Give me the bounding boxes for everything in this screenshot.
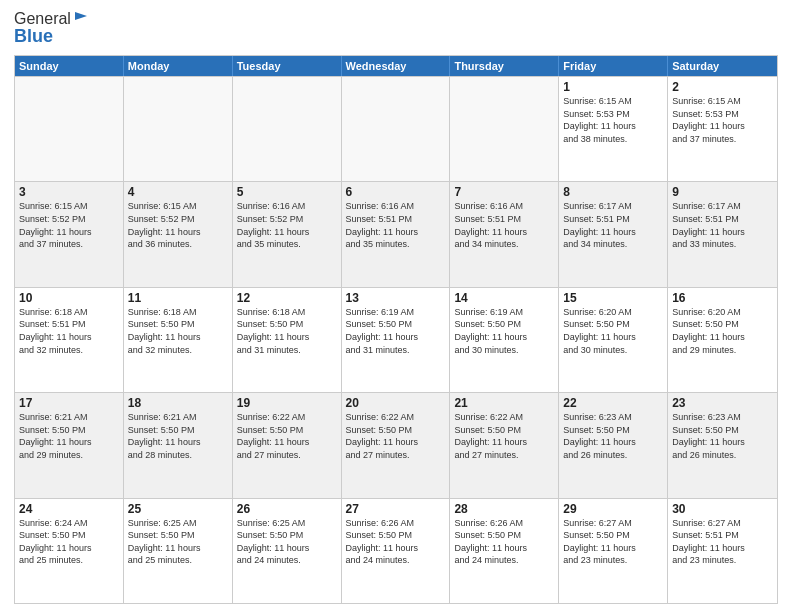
cal-cell-2-2: 4Sunrise: 6:15 AM Sunset: 5:52 PM Daylig… xyxy=(124,182,233,286)
cal-cell-3-3: 12Sunrise: 6:18 AM Sunset: 5:50 PM Dayli… xyxy=(233,288,342,392)
header: General Blue xyxy=(14,10,778,47)
day-number: 5 xyxy=(237,185,337,199)
cal-cell-5-6: 29Sunrise: 6:27 AM Sunset: 5:50 PM Dayli… xyxy=(559,499,668,603)
day-number: 30 xyxy=(672,502,773,516)
cell-info: Sunrise: 6:22 AM Sunset: 5:50 PM Dayligh… xyxy=(454,411,554,461)
logo: General Blue xyxy=(14,10,91,47)
day-number: 28 xyxy=(454,502,554,516)
cell-info: Sunrise: 6:15 AM Sunset: 5:53 PM Dayligh… xyxy=(563,95,663,145)
cell-info: Sunrise: 6:15 AM Sunset: 5:52 PM Dayligh… xyxy=(128,200,228,250)
day-number: 27 xyxy=(346,502,446,516)
cell-info: Sunrise: 6:19 AM Sunset: 5:50 PM Dayligh… xyxy=(454,306,554,356)
day-number: 25 xyxy=(128,502,228,516)
cal-cell-4-1: 17Sunrise: 6:21 AM Sunset: 5:50 PM Dayli… xyxy=(15,393,124,497)
day-number: 9 xyxy=(672,185,773,199)
svg-marker-0 xyxy=(75,12,87,26)
cell-info: Sunrise: 6:25 AM Sunset: 5:50 PM Dayligh… xyxy=(128,517,228,567)
cal-cell-3-7: 16Sunrise: 6:20 AM Sunset: 5:50 PM Dayli… xyxy=(668,288,777,392)
cal-header-sunday: Sunday xyxy=(15,56,124,76)
cal-header-saturday: Saturday xyxy=(668,56,777,76)
cell-info: Sunrise: 6:16 AM Sunset: 5:51 PM Dayligh… xyxy=(454,200,554,250)
cal-cell-1-3 xyxy=(233,77,342,181)
cal-header-monday: Monday xyxy=(124,56,233,76)
cal-cell-2-4: 6Sunrise: 6:16 AM Sunset: 5:51 PM Daylig… xyxy=(342,182,451,286)
cell-info: Sunrise: 6:17 AM Sunset: 5:51 PM Dayligh… xyxy=(672,200,773,250)
cell-info: Sunrise: 6:21 AM Sunset: 5:50 PM Dayligh… xyxy=(128,411,228,461)
cal-header-thursday: Thursday xyxy=(450,56,559,76)
day-number: 10 xyxy=(19,291,119,305)
day-number: 21 xyxy=(454,396,554,410)
cal-cell-3-5: 14Sunrise: 6:19 AM Sunset: 5:50 PM Dayli… xyxy=(450,288,559,392)
day-number: 3 xyxy=(19,185,119,199)
cell-info: Sunrise: 6:15 AM Sunset: 5:53 PM Dayligh… xyxy=(672,95,773,145)
logo-flag-icon xyxy=(73,10,91,28)
cell-info: Sunrise: 6:21 AM Sunset: 5:50 PM Dayligh… xyxy=(19,411,119,461)
calendar: SundayMondayTuesdayWednesdayThursdayFrid… xyxy=(14,55,778,604)
cal-header-wednesday: Wednesday xyxy=(342,56,451,76)
cal-cell-3-4: 13Sunrise: 6:19 AM Sunset: 5:50 PM Dayli… xyxy=(342,288,451,392)
cell-info: Sunrise: 6:20 AM Sunset: 5:50 PM Dayligh… xyxy=(563,306,663,356)
cal-cell-4-7: 23Sunrise: 6:23 AM Sunset: 5:50 PM Dayli… xyxy=(668,393,777,497)
day-number: 29 xyxy=(563,502,663,516)
cal-cell-3-2: 11Sunrise: 6:18 AM Sunset: 5:50 PM Dayli… xyxy=(124,288,233,392)
cell-info: Sunrise: 6:22 AM Sunset: 5:50 PM Dayligh… xyxy=(237,411,337,461)
cell-info: Sunrise: 6:18 AM Sunset: 5:50 PM Dayligh… xyxy=(128,306,228,356)
day-number: 16 xyxy=(672,291,773,305)
cal-cell-2-7: 9Sunrise: 6:17 AM Sunset: 5:51 PM Daylig… xyxy=(668,182,777,286)
day-number: 4 xyxy=(128,185,228,199)
calendar-body: 1Sunrise: 6:15 AM Sunset: 5:53 PM Daylig… xyxy=(15,76,777,603)
cell-info: Sunrise: 6:22 AM Sunset: 5:50 PM Dayligh… xyxy=(346,411,446,461)
page: General Blue SundayMondayTuesdayWednesda… xyxy=(0,0,792,612)
cal-cell-1-2 xyxy=(124,77,233,181)
day-number: 7 xyxy=(454,185,554,199)
cal-header-tuesday: Tuesday xyxy=(233,56,342,76)
day-number: 1 xyxy=(563,80,663,94)
cal-cell-5-2: 25Sunrise: 6:25 AM Sunset: 5:50 PM Dayli… xyxy=(124,499,233,603)
day-number: 18 xyxy=(128,396,228,410)
day-number: 19 xyxy=(237,396,337,410)
cal-cell-2-1: 3Sunrise: 6:15 AM Sunset: 5:52 PM Daylig… xyxy=(15,182,124,286)
cell-info: Sunrise: 6:24 AM Sunset: 5:50 PM Dayligh… xyxy=(19,517,119,567)
cal-cell-2-5: 7Sunrise: 6:16 AM Sunset: 5:51 PM Daylig… xyxy=(450,182,559,286)
cal-cell-1-7: 2Sunrise: 6:15 AM Sunset: 5:53 PM Daylig… xyxy=(668,77,777,181)
cal-cell-1-4 xyxy=(342,77,451,181)
cal-cell-4-4: 20Sunrise: 6:22 AM Sunset: 5:50 PM Dayli… xyxy=(342,393,451,497)
cal-cell-1-5 xyxy=(450,77,559,181)
cal-cell-5-5: 28Sunrise: 6:26 AM Sunset: 5:50 PM Dayli… xyxy=(450,499,559,603)
day-number: 24 xyxy=(19,502,119,516)
cal-cell-1-6: 1Sunrise: 6:15 AM Sunset: 5:53 PM Daylig… xyxy=(559,77,668,181)
cal-cell-4-3: 19Sunrise: 6:22 AM Sunset: 5:50 PM Dayli… xyxy=(233,393,342,497)
cell-info: Sunrise: 6:23 AM Sunset: 5:50 PM Dayligh… xyxy=(672,411,773,461)
cal-cell-4-5: 21Sunrise: 6:22 AM Sunset: 5:50 PM Dayli… xyxy=(450,393,559,497)
cell-info: Sunrise: 6:23 AM Sunset: 5:50 PM Dayligh… xyxy=(563,411,663,461)
cal-week-3: 10Sunrise: 6:18 AM Sunset: 5:51 PM Dayli… xyxy=(15,287,777,392)
cal-cell-4-6: 22Sunrise: 6:23 AM Sunset: 5:50 PM Dayli… xyxy=(559,393,668,497)
cal-week-1: 1Sunrise: 6:15 AM Sunset: 5:53 PM Daylig… xyxy=(15,76,777,181)
cal-week-2: 3Sunrise: 6:15 AM Sunset: 5:52 PM Daylig… xyxy=(15,181,777,286)
cal-cell-5-3: 26Sunrise: 6:25 AM Sunset: 5:50 PM Dayli… xyxy=(233,499,342,603)
cal-cell-5-7: 30Sunrise: 6:27 AM Sunset: 5:51 PM Dayli… xyxy=(668,499,777,603)
logo-blue-text: Blue xyxy=(14,26,53,47)
day-number: 12 xyxy=(237,291,337,305)
cell-info: Sunrise: 6:18 AM Sunset: 5:51 PM Dayligh… xyxy=(19,306,119,356)
cal-cell-4-2: 18Sunrise: 6:21 AM Sunset: 5:50 PM Dayli… xyxy=(124,393,233,497)
cell-info: Sunrise: 6:18 AM Sunset: 5:50 PM Dayligh… xyxy=(237,306,337,356)
day-number: 26 xyxy=(237,502,337,516)
day-number: 13 xyxy=(346,291,446,305)
cell-info: Sunrise: 6:16 AM Sunset: 5:51 PM Dayligh… xyxy=(346,200,446,250)
cell-info: Sunrise: 6:20 AM Sunset: 5:50 PM Dayligh… xyxy=(672,306,773,356)
cal-cell-3-1: 10Sunrise: 6:18 AM Sunset: 5:51 PM Dayli… xyxy=(15,288,124,392)
cell-info: Sunrise: 6:26 AM Sunset: 5:50 PM Dayligh… xyxy=(346,517,446,567)
cal-cell-1-1 xyxy=(15,77,124,181)
cell-info: Sunrise: 6:15 AM Sunset: 5:52 PM Dayligh… xyxy=(19,200,119,250)
day-number: 14 xyxy=(454,291,554,305)
day-number: 15 xyxy=(563,291,663,305)
cal-week-5: 24Sunrise: 6:24 AM Sunset: 5:50 PM Dayli… xyxy=(15,498,777,603)
cal-cell-5-4: 27Sunrise: 6:26 AM Sunset: 5:50 PM Dayli… xyxy=(342,499,451,603)
cell-info: Sunrise: 6:19 AM Sunset: 5:50 PM Dayligh… xyxy=(346,306,446,356)
day-number: 17 xyxy=(19,396,119,410)
calendar-header-row: SundayMondayTuesdayWednesdayThursdayFrid… xyxy=(15,56,777,76)
cal-cell-3-6: 15Sunrise: 6:20 AM Sunset: 5:50 PM Dayli… xyxy=(559,288,668,392)
cell-info: Sunrise: 6:25 AM Sunset: 5:50 PM Dayligh… xyxy=(237,517,337,567)
cal-week-4: 17Sunrise: 6:21 AM Sunset: 5:50 PM Dayli… xyxy=(15,392,777,497)
